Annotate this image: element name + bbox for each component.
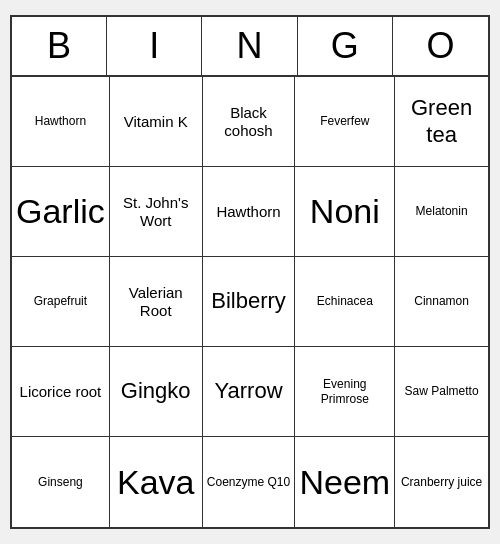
cell-text: Licorice root xyxy=(20,383,102,401)
bingo-cell: St. John's Wort xyxy=(110,167,203,257)
cell-text: Neem xyxy=(299,462,390,503)
header-letter: N xyxy=(202,17,297,75)
bingo-cell: Noni xyxy=(295,167,395,257)
bingo-cell: Black cohosh xyxy=(203,77,296,167)
bingo-grid: HawthornVitamin KBlack cohoshFeverfewGre… xyxy=(12,77,488,527)
bingo-cell: Ginseng xyxy=(12,437,110,527)
bingo-cell: Neem xyxy=(295,437,395,527)
cell-text: Valerian Root xyxy=(114,284,198,320)
cell-text: Cranberry juice xyxy=(401,475,482,489)
cell-text: Noni xyxy=(310,191,380,232)
bingo-cell: Bilberry xyxy=(203,257,296,347)
bingo-cell: Coenzyme Q10 xyxy=(203,437,296,527)
cell-text: Kava xyxy=(117,462,195,503)
bingo-cell: Yarrow xyxy=(203,347,296,437)
cell-text: Vitamin K xyxy=(124,113,188,131)
cell-text: Yarrow xyxy=(215,378,283,404)
header-letter: I xyxy=(107,17,202,75)
bingo-cell: Garlic xyxy=(12,167,110,257)
bingo-cell: Feverfew xyxy=(295,77,395,167)
bingo-card: BINGO HawthornVitamin KBlack cohoshFever… xyxy=(10,15,490,529)
cell-text: Grapefruit xyxy=(34,294,87,308)
cell-text: Bilberry xyxy=(211,288,286,314)
cell-text: Garlic xyxy=(16,191,105,232)
bingo-cell: Licorice root xyxy=(12,347,110,437)
bingo-cell: Valerian Root xyxy=(110,257,203,347)
bingo-cell: Grapefruit xyxy=(12,257,110,347)
bingo-cell: Gingko xyxy=(110,347,203,437)
bingo-cell: Melatonin xyxy=(395,167,488,257)
bingo-cell: Kava xyxy=(110,437,203,527)
cell-text: Green tea xyxy=(399,95,484,148)
bingo-cell: Green tea xyxy=(395,77,488,167)
bingo-cell: Cinnamon xyxy=(395,257,488,347)
cell-text: Feverfew xyxy=(320,114,369,128)
bingo-cell: Evening Primrose xyxy=(295,347,395,437)
cell-text: Melatonin xyxy=(416,204,468,218)
cell-text: Coenzyme Q10 xyxy=(207,475,290,489)
bingo-cell: Cranberry juice xyxy=(395,437,488,527)
cell-text: Saw Palmetto xyxy=(405,384,479,398)
header-letter: G xyxy=(298,17,393,75)
cell-text: Evening Primrose xyxy=(299,377,390,406)
cell-text: Black cohosh xyxy=(207,104,291,140)
bingo-cell: Saw Palmetto xyxy=(395,347,488,437)
cell-text: Echinacea xyxy=(317,294,373,308)
cell-text: Hawthorn xyxy=(216,203,280,221)
cell-text: Cinnamon xyxy=(414,294,469,308)
header-letter: B xyxy=(12,17,107,75)
cell-text: Hawthorn xyxy=(35,114,86,128)
header-letter: O xyxy=(393,17,488,75)
cell-text: Ginseng xyxy=(38,475,83,489)
bingo-cell: Vitamin K xyxy=(110,77,203,167)
bingo-header: BINGO xyxy=(12,17,488,77)
bingo-cell: Echinacea xyxy=(295,257,395,347)
cell-text: St. John's Wort xyxy=(114,194,198,230)
cell-text: Gingko xyxy=(121,378,191,404)
bingo-cell: Hawthorn xyxy=(203,167,296,257)
bingo-cell: Hawthorn xyxy=(12,77,110,167)
